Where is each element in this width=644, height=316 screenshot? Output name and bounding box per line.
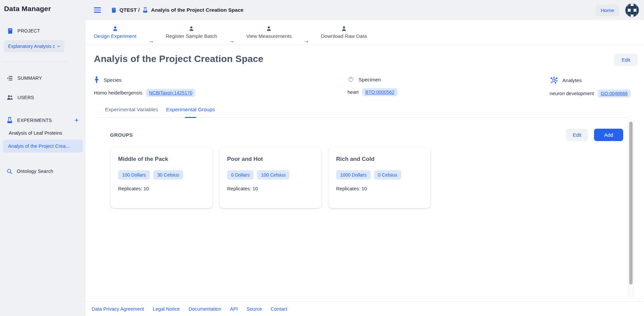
sidebar-item-ontology-search[interactable]: Ontology Search: [0, 165, 86, 178]
group-card-title: Rich and Cold: [336, 156, 423, 163]
arrow-right-icon: →: [228, 38, 235, 45]
tab-bar: Experimental Variables Experimental Grou…: [96, 105, 629, 118]
project-selector-value: Explanatory Analysis o...: [8, 44, 55, 49]
footer-link-api[interactable]: API: [230, 306, 238, 312]
breadcrumb: QTEST / Analyis of the Project Creation …: [111, 7, 244, 13]
identicon: [625, 3, 639, 17]
analytes-value: neuron development: [550, 91, 594, 96]
hamburger-icon: [94, 7, 101, 8]
flask-icon: [143, 7, 148, 13]
person-icon: [94, 76, 99, 84]
edit-experiment-button[interactable]: Edit: [614, 54, 638, 66]
sidebar-divider: [3, 62, 67, 62]
group-replicates: Replicates: 10: [336, 186, 423, 191]
sidebar-item-experiments[interactable]: EXPERIMENTS +: [0, 114, 86, 127]
breadcrumb-project[interactable]: QTEST /: [119, 7, 140, 13]
breadcrumb-experiment: Analyis of the Project Creation Space: [151, 7, 244, 13]
sidebar-item-experiments-label: EXPERIMENTS: [17, 117, 52, 124]
edit-groups-button[interactable]: Edit: [566, 129, 588, 141]
user-icon: [112, 26, 118, 31]
specimen-label: Specimen: [359, 77, 381, 82]
group-replicates: Replicates: 10: [227, 186, 314, 191]
molecule-icon: [550, 76, 558, 84]
sidebar-section-project: PROJECT: [0, 24, 86, 38]
step-label: Download Raw Data: [321, 33, 367, 39]
experiment-list-item-selected[interactable]: Analyis of the Project Crea...: [3, 140, 83, 152]
specimen-ontology-link[interactable]: BTO:0000562: [362, 88, 397, 96]
heart-icon: [347, 76, 354, 83]
footer-link-contact[interactable]: Contact: [271, 306, 287, 312]
workflow-stepper: Design Experiment → Register Sample Batc…: [86, 20, 644, 45]
footer-link-legal-notice[interactable]: Legal Notice: [153, 306, 180, 312]
group-card-list: Middle of the Pack 100 Dollars 30 Celsiu…: [86, 141, 644, 208]
step-register-sample-batch[interactable]: Register Sample Batch: [166, 26, 217, 39]
group-card-title: Middle of the Pack: [118, 156, 205, 163]
scrollbar-thumb[interactable]: [629, 122, 633, 285]
add-experiment-button[interactable]: +: [74, 117, 79, 123]
variable-chip: 0 Celsius: [374, 170, 401, 180]
avatar[interactable]: [625, 3, 639, 17]
sidebar-item-ontology-search-label: Ontology Search: [17, 168, 53, 175]
sidebar-section-project-label: PROJECT: [17, 27, 40, 34]
group-card: Middle of the Pack 100 Dollars 30 Celsiu…: [111, 147, 212, 208]
species-label: Species: [104, 77, 121, 83]
groups-heading: GROUPS: [110, 132, 133, 138]
sidebar-item-users[interactable]: USERS: [0, 91, 86, 104]
step-design-experiment[interactable]: Design Experiment: [94, 26, 137, 39]
flask-icon: [7, 117, 13, 124]
page-title: Analyis of the Project Creation Space: [94, 54, 263, 64]
footer-link-data-privacy[interactable]: Data Privacy Agreement: [92, 306, 144, 312]
attribute-species: Species Homo heidelbergensis NCBITaxon:1…: [94, 76, 195, 98]
variable-chip: 0 Dollars: [227, 170, 254, 180]
step-label: Register Sample Batch: [166, 33, 217, 39]
attribute-analytes: Analytes neuron development GO:0048666: [550, 76, 631, 98]
sidebar: Data Manager PROJECT Explanatory Analysi…: [0, 0, 86, 316]
footer-link-documentation[interactable]: Documentation: [189, 306, 221, 312]
step-label: Design Experiment: [94, 33, 137, 39]
variable-chip: 30 Celsius: [153, 170, 183, 180]
chevron-down-icon: [57, 45, 60, 48]
variable-chip: 1000 Dollars: [336, 170, 371, 180]
notebook-icon: [7, 28, 13, 34]
tab-experimental-groups[interactable]: Experimental Groups: [166, 105, 215, 117]
attribute-specimen: Specimen heart BTO:0000562: [347, 76, 397, 98]
home-button[interactable]: Home: [596, 4, 619, 16]
group-replicates: Replicates: 10: [118, 186, 205, 191]
step-label: View Measurements: [246, 33, 292, 39]
users-icon: [7, 94, 13, 101]
footer-link-source[interactable]: Source: [247, 306, 262, 312]
notebook-icon: [111, 7, 116, 13]
specimen-value: heart: [347, 89, 359, 95]
experiment-list-item[interactable]: Analysis of Leaf Proteins: [0, 127, 86, 139]
main-content: Design Experiment → Register Sample Batc…: [86, 20, 644, 301]
group-card: Poor and Hot 0 Dollars 100 Celsius Repli…: [220, 147, 321, 208]
species-value: Homo heidelbergensis: [94, 90, 142, 96]
add-group-button[interactable]: Add: [594, 129, 623, 141]
variable-chip: 100 Dollars: [118, 170, 150, 180]
footer: Data Privacy Agreement Legal Notice Docu…: [86, 301, 644, 316]
arrow-right-icon: →: [303, 38, 310, 45]
variable-chip: 100 Celsius: [257, 170, 289, 180]
analytes-label: Analytes: [562, 77, 582, 83]
analytes-ontology-link[interactable]: GO:0048666: [598, 89, 631, 98]
menu-toggle-button[interactable]: [93, 6, 102, 14]
user-icon: [266, 26, 272, 31]
group-card: Rich and Cold 1000 Dollars 0 Celsius Rep…: [329, 147, 430, 208]
scrollbar-track[interactable]: [628, 119, 634, 299]
attribute-summary: Species Homo heidelbergensis NCBITaxon:1…: [86, 66, 644, 98]
sidebar-item-users-label: USERS: [17, 94, 34, 101]
sidebar-item-summary[interactable]: SUMMARY: [0, 71, 86, 85]
group-card-title: Poor and Hot: [227, 156, 314, 163]
outdent-icon: [7, 75, 13, 81]
step-download-raw-data[interactable]: Download Raw Data: [321, 26, 367, 39]
tab-experimental-variables[interactable]: Experimental Variables: [105, 105, 158, 117]
species-ontology-link[interactable]: NCBITaxon:1425170: [146, 89, 195, 97]
user-icon: [341, 26, 347, 31]
step-view-measurements[interactable]: View Measurements: [246, 26, 292, 39]
search-icon: [7, 169, 12, 174]
project-selector[interactable]: Explanatory Analysis o...: [4, 40, 64, 52]
sidebar-item-summary-label: SUMMARY: [17, 75, 42, 81]
arrow-right-icon: →: [148, 38, 154, 45]
app-title: Data Manager: [0, 0, 86, 13]
user-icon: [189, 26, 194, 31]
